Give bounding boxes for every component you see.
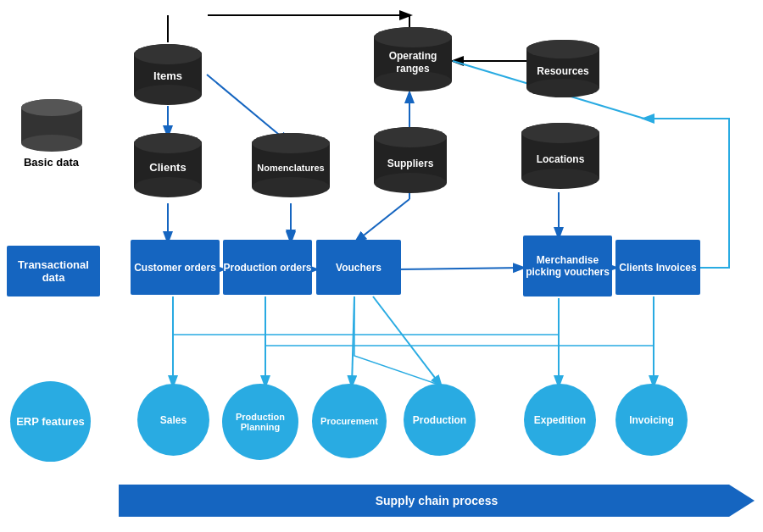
svg-point-60 (521, 169, 599, 189)
svg-text:Locations: Locations (537, 153, 585, 165)
svg-text:Suppliers: Suppliers (387, 158, 434, 169)
svg-line-9 (356, 199, 409, 241)
svg-text:Resources: Resources (537, 65, 589, 77)
svg-point-26 (21, 99, 82, 116)
box-merchandise-picking: Merchandise picking vouchers (523, 236, 612, 296)
box-production-orders: Production orders (223, 240, 312, 295)
svg-point-40 (526, 79, 599, 97)
erp-features-label: ERP features (10, 381, 91, 462)
circle-production-planning: Production Planning (222, 384, 298, 460)
svg-point-46 (134, 133, 202, 153)
basic-data-section: Basic data (7, 97, 96, 169)
svg-point-50 (252, 177, 330, 197)
transactional-data-label: Transactional data (7, 246, 100, 296)
svg-point-51 (252, 133, 330, 153)
circle-sales: Sales (137, 384, 209, 456)
basic-data-label: Basic data (24, 156, 79, 169)
circle-invoicing: Invoicing (615, 384, 688, 456)
cylinder-resources: Resources (523, 38, 604, 99)
cylinder-clients: Clients (131, 131, 205, 199)
box-customer-orders: Customer orders (131, 240, 220, 295)
circle-expedition: Expedition (524, 384, 596, 456)
cylinder-nomenclatures: Nomenclatures (248, 131, 333, 199)
circle-production: Production (404, 384, 476, 456)
cylinder-items: Items (131, 42, 205, 106)
box-clients-invoices: Clients Invoices (615, 240, 700, 295)
svg-text:Operating: Operating (389, 50, 437, 62)
svg-text:ranges: ranges (396, 63, 430, 75)
svg-text:Clients: Clients (149, 161, 186, 174)
svg-point-29 (134, 85, 202, 105)
svg-point-61 (521, 123, 599, 143)
svg-text:Items: Items (153, 69, 182, 82)
cylinder-suppliers: Suppliers (370, 125, 451, 195)
circle-procurement: Procurement (312, 384, 387, 458)
svg-point-41 (526, 40, 599, 58)
svg-point-45 (134, 177, 202, 197)
svg-text:Nomenclatures: Nomenclatures (257, 163, 324, 173)
svg-point-25 (21, 135, 82, 152)
svg-line-17 (352, 296, 354, 385)
cylinder-locations: Locations (518, 121, 603, 191)
supply-chain-arrow: Supply chain process (119, 485, 755, 517)
cylinder-operating-ranges: Operating ranges (370, 25, 455, 93)
svg-line-18 (373, 296, 441, 385)
svg-line-14 (397, 268, 523, 269)
box-vouchers: Vouchers (316, 240, 401, 295)
svg-point-30 (134, 44, 202, 64)
svg-point-35 (374, 27, 452, 47)
diagram: Basic data Transactional data ERP featur… (0, 0, 763, 532)
svg-point-56 (374, 127, 447, 147)
svg-point-55 (374, 173, 447, 193)
basic-data-icon (18, 97, 86, 152)
